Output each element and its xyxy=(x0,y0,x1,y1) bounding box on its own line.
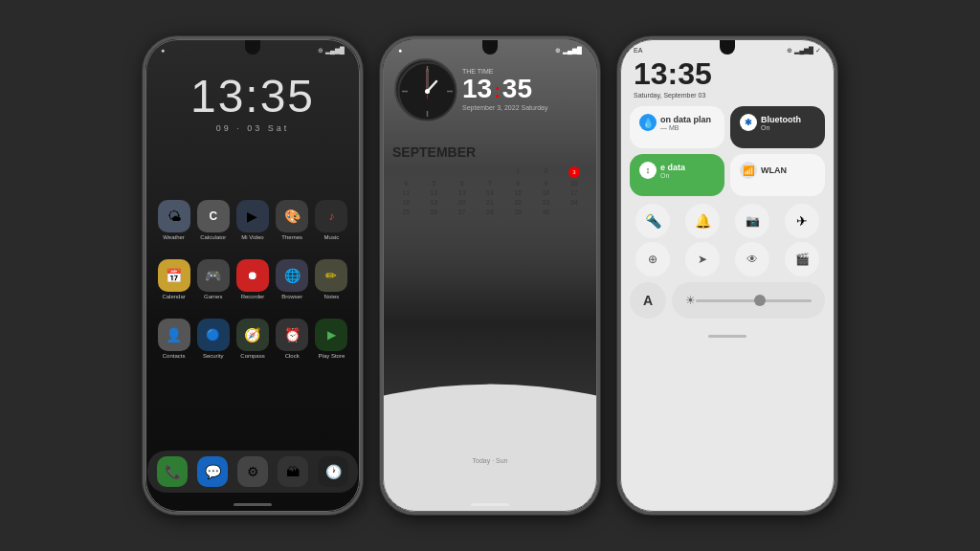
cal-day-19: 19 xyxy=(420,198,447,207)
app-clock[interactable]: ⏰ Clock xyxy=(276,319,309,359)
tile-mobile-data[interactable]: ↕ e data On xyxy=(630,154,724,196)
volume-up-btn-2[interactable] xyxy=(380,135,382,164)
tile-mdata-sub: On xyxy=(660,172,685,179)
digital-hour: 13 xyxy=(462,76,492,102)
tile-bluetooth[interactable]: ✱ Bluetooth On xyxy=(730,106,825,148)
location-btn[interactable]: ➤ xyxy=(685,242,720,276)
tile-mdata-header: ↕ e data On xyxy=(639,162,715,179)
tile-wlan[interactable]: 📶 WLAN xyxy=(730,154,825,196)
data-plan-icon: 💧 xyxy=(639,114,657,131)
p2-status-right: ⊕ ▂▄▆█ xyxy=(555,47,582,55)
cal-day-6: 6 xyxy=(449,179,476,187)
cal-day-11: 11 xyxy=(392,188,419,197)
app-music[interactable]: ♪ Music xyxy=(315,200,348,240)
cal-day-21: 21 xyxy=(477,198,503,207)
lockscreen-bg: ● ⊕ ▂▄▆█ xyxy=(383,39,597,512)
cal-header-th xyxy=(504,164,531,165)
cal-day-15: 15 xyxy=(504,188,531,197)
notification-btn[interactable]: 🔔 xyxy=(685,204,720,238)
flashlight-btn[interactable]: 🔦 xyxy=(635,204,670,238)
lock-time: 13:35 xyxy=(145,55,360,120)
calendar-grid: 1 2 3 4 5 6 7 8 9 10 11 12 13 14 15 xyxy=(392,164,588,216)
volume-up-btn-3[interactable] xyxy=(617,135,619,164)
p3-status-right: ⊕ ▂▄▆█ ✓ xyxy=(787,47,821,55)
cal-day-3: 3 xyxy=(568,166,580,178)
app-notes[interactable]: ✏ Notes xyxy=(315,259,348,299)
cal-header-sa xyxy=(561,164,588,165)
cal-header-mo xyxy=(420,164,447,165)
cal-day-27: 27 xyxy=(449,208,476,216)
digital-date: September 3, 2022 Saturday xyxy=(462,104,586,111)
app-mivideo[interactable]: ▶ Mi Video xyxy=(235,200,269,240)
volume-down-btn-3[interactable] xyxy=(617,178,619,207)
app-dock: 📞 💬 ⚙ 🏔 🕐 xyxy=(147,451,358,493)
status-right: ⊕ ▂▄▆█ xyxy=(318,47,345,55)
app-playstore[interactable]: ▶ Play Store xyxy=(315,319,348,359)
camera-btn[interactable]: 📷 xyxy=(735,204,769,238)
home-indicator-3 xyxy=(708,335,746,338)
svg-point-8 xyxy=(425,89,430,94)
tile-wlan-title: WLAN xyxy=(761,165,787,175)
cal-day-30: 30 xyxy=(532,208,559,216)
cal-day-2: 2 xyxy=(532,166,559,178)
app-calendar[interactable]: 📅 Calendar xyxy=(157,259,190,299)
dock-gallery[interactable]: 🏔 xyxy=(278,456,308,487)
cal-day-26: 26 xyxy=(420,208,447,216)
phone1-screen: ● ⊕ ▂▄▆█ 13:35 09 · 03 Sat 🌤 Weather C C… xyxy=(145,39,360,512)
control-date: Saturday, September 03 xyxy=(620,92,835,99)
digital-time-widget: THE TIME 13 : 35 September 3, 2022 Satur… xyxy=(462,68,586,111)
letter-a-btn[interactable]: A xyxy=(630,282,666,319)
dock-messages[interactable]: 💬 xyxy=(197,456,228,487)
cal-day-20: 20 xyxy=(449,198,476,207)
dock-clock[interactable]: 🕐 xyxy=(318,456,348,487)
app-browser[interactable]: 🌐 Browser xyxy=(276,259,309,299)
home-indicator xyxy=(234,503,272,506)
tile-data-plan[interactable]: 💧 on data plan — MB xyxy=(630,106,724,148)
volume-up-btn[interactable] xyxy=(143,135,145,164)
app-weather[interactable]: 🌤 Weather xyxy=(157,200,190,240)
cal-day-7: 7 xyxy=(477,179,503,187)
phone3-screen: EA ⊕ ▂▄▆█ ✓ 13:35 Saturday, September 03… xyxy=(620,39,835,512)
calendar-widget: SEPTEMBER 1 2 3 xyxy=(392,144,588,216)
bottom-control-bar: A ☀ xyxy=(620,282,835,319)
dock-phone[interactable]: 📞 xyxy=(157,456,188,487)
control-icons-row2: ⊕ ➤ 👁 🎬 xyxy=(620,242,835,276)
app-games[interactable]: 🎮 Games xyxy=(196,259,230,299)
wlan-icon: 📶 xyxy=(740,162,757,179)
volume-down-btn[interactable] xyxy=(143,178,145,207)
app-contacts[interactable]: 👤 Contacts xyxy=(157,319,190,359)
cal-empty3 xyxy=(449,166,476,178)
digital-separator: : xyxy=(494,80,501,102)
app-grid-row1: 🌤 Weather C Calculator ▶ Mi Video 🎨 Them… xyxy=(145,190,360,250)
cal-day-16: 16 xyxy=(532,188,559,197)
power-btn-3[interactable] xyxy=(835,154,837,202)
digital-time-display: 13 : 35 xyxy=(462,76,586,102)
brightness-knob[interactable] xyxy=(754,295,766,306)
preview-text: Today · Sun xyxy=(383,457,597,464)
app-calculator[interactable]: C Calculator xyxy=(196,200,230,240)
brightness-slider[interactable]: ☀ xyxy=(672,282,825,319)
app-recorder[interactable]: ⏺ Recorder xyxy=(235,259,269,299)
mobile-data-icon: ↕ xyxy=(639,162,657,179)
app-themes[interactable]: 🎨 Themes xyxy=(276,200,309,240)
phone-1: ● ⊕ ▂▄▆█ 13:35 09 · 03 Sat 🌤 Weather C C… xyxy=(143,36,363,515)
power-btn-2[interactable] xyxy=(598,154,600,202)
airplane-btn[interactable]: ✈ xyxy=(785,204,819,238)
volume-down-btn-2[interactable] xyxy=(380,178,382,207)
eye-btn[interactable]: 👁 xyxy=(735,242,769,276)
control-center-bg: EA ⊕ ▂▄▆█ ✓ 13:35 Saturday, September 03… xyxy=(620,39,835,512)
digital-minute: 35 xyxy=(502,76,532,102)
cal-empty2 xyxy=(420,166,447,178)
nfc-btn[interactable]: ⊕ xyxy=(635,242,670,276)
cal-day-18: 18 xyxy=(392,198,419,207)
app-compass[interactable]: 🧭 Compass xyxy=(235,319,269,359)
cal-day-13: 13 xyxy=(449,188,476,197)
cal-header-tu xyxy=(449,164,476,165)
app-security[interactable]: 🔵 Security xyxy=(196,319,230,359)
cal-day-4: 4 xyxy=(392,179,419,187)
video-btn[interactable]: 🎬 xyxy=(785,242,819,276)
home-indicator-2 xyxy=(471,503,509,506)
cal-day-23: 23 xyxy=(532,198,559,207)
dock-settings[interactable]: ⚙ xyxy=(237,456,268,487)
power-btn[interactable] xyxy=(361,154,363,202)
